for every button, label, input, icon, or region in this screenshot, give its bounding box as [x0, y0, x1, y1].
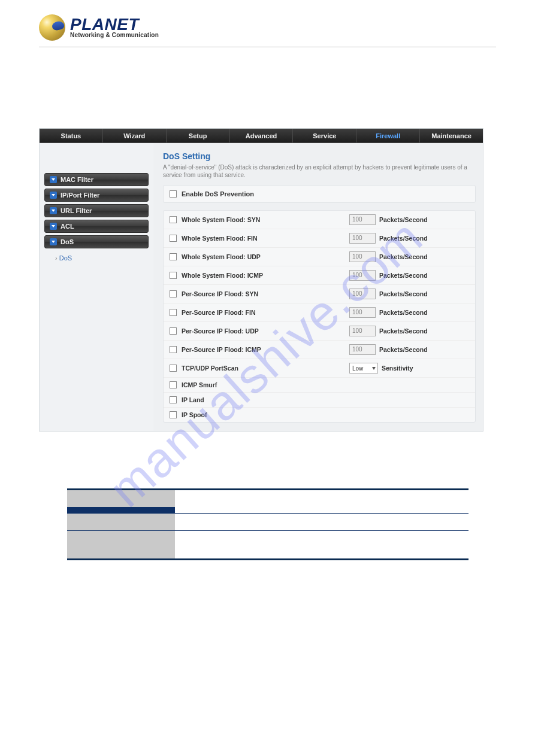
rule-checkbox[interactable]: [170, 327, 177, 335]
rule-row: Whole System Flood: SYN100Packets/Second: [164, 211, 475, 229]
rule-value: LowSensitivity: [349, 363, 469, 374]
rule-row: Whole System Flood: FIN100Packets/Second: [164, 229, 475, 248]
rule-checkbox[interactable]: [170, 216, 177, 223]
rule-checkbox[interactable]: [170, 365, 177, 372]
sidebar-item-label: ACL: [61, 223, 74, 230]
sidebar-item-acl[interactable]: ACL: [44, 220, 149, 233]
tab-service[interactable]: Service: [293, 129, 356, 142]
rule-value: 100Packets/Second: [349, 326, 469, 336]
unit-label: Packets/Second: [379, 346, 428, 353]
table-header: [67, 490, 468, 513]
chevron-down-icon: [50, 192, 57, 199]
enable-panel: Enable DoS Prevention: [163, 185, 476, 203]
rule-label: Per-Source IP Flood: UDP: [182, 327, 344, 335]
sidebar-item-dos[interactable]: DoS: [44, 235, 149, 248]
rule-label: ICMP Smurf: [182, 381, 344, 388]
rule-checkbox[interactable]: [170, 235, 177, 242]
sidebar-item-mac-filter[interactable]: MAC Filter: [44, 173, 149, 186]
chevron-down-icon: [50, 223, 57, 230]
rule-row: Whole System Flood: UDP100Packets/Second: [164, 248, 475, 266]
rule-label: Whole System Flood: UDP: [182, 253, 344, 260]
threshold-input[interactable]: 100: [349, 326, 376, 336]
threshold-input[interactable]: 100: [349, 270, 376, 281]
rules-panel: Whole System Flood: SYN100Packets/Second…: [163, 210, 476, 423]
rule-label: IP Land: [182, 396, 344, 403]
rule-row: IP Spoof: [164, 408, 475, 422]
rule-row: Per-Source IP Flood: FIN100Packets/Secon…: [164, 303, 475, 322]
rule-label: Per-Source IP Flood: ICMP: [182, 346, 344, 353]
tab-maintenance[interactable]: Maintenance: [420, 129, 483, 142]
rule-checkbox[interactable]: [170, 396, 177, 403]
rule-row: IP Land: [164, 393, 475, 408]
rule-value: 100Packets/Second: [349, 270, 469, 281]
chevron-down-icon: [372, 367, 376, 370]
threshold-input[interactable]: 100: [349, 307, 376, 318]
enable-dos-checkbox[interactable]: [170, 190, 177, 198]
rule-value: 100Packets/Second: [349, 307, 469, 318]
rule-label: IP Spoof: [182, 411, 344, 418]
threshold-input[interactable]: 100: [349, 233, 376, 244]
unit-label: Sensitivity: [382, 365, 413, 372]
unit-label: Packets/Second: [379, 290, 428, 297]
tab-status[interactable]: Status: [40, 129, 103, 142]
threshold-input[interactable]: 100: [349, 344, 376, 355]
sidebar-item-label: URL Filter: [61, 207, 92, 214]
brand-logo: PLANET Networking & Communication: [39, 14, 159, 41]
sidebar-item-label: DoS: [61, 238, 74, 245]
chevron-down-icon: [50, 176, 57, 183]
rule-value: 100Packets/Second: [349, 289, 469, 299]
page-description: A "denial-of-service" (DoS) attack is ch…: [163, 163, 476, 179]
threshold-input[interactable]: 100: [349, 214, 376, 225]
sidebar-item-label: MAC Filter: [61, 176, 93, 183]
rule-label: TCP/UDP PortScan: [182, 365, 344, 372]
rule-checkbox[interactable]: [170, 411, 177, 418]
unit-label: Packets/Second: [379, 253, 428, 260]
rule-row: ICMP Smurf: [164, 378, 475, 393]
rule-label: Per-Source IP Flood: FIN: [182, 309, 344, 316]
table-row: [67, 513, 468, 530]
rule-label: Whole System Flood: ICMP: [182, 272, 344, 279]
sidebar-item-url-filter[interactable]: URL Filter: [44, 204, 149, 217]
rule-label: Whole System Flood: SYN: [182, 216, 344, 223]
threshold-input[interactable]: 100: [349, 251, 376, 262]
tab-advanced[interactable]: Advanced: [230, 129, 294, 142]
rule-row: TCP/UDP PortScanLowSensitivity: [164, 359, 475, 378]
enable-dos-label: Enable DoS Prevention: [182, 190, 254, 198]
rule-row: Whole System Flood: ICMP100Packets/Secon…: [164, 266, 475, 285]
rule-row: Per-Source IP Flood: UDP100Packets/Secon…: [164, 322, 475, 341]
rule-label: Per-Source IP Flood: SYN: [182, 290, 344, 297]
info-table: [67, 488, 468, 560]
rule-checkbox[interactable]: [170, 309, 177, 316]
brand-name: PLANET: [70, 17, 159, 32]
rule-value: 100Packets/Second: [349, 251, 469, 262]
unit-label: Packets/Second: [379, 235, 428, 242]
unit-label: Packets/Second: [379, 216, 428, 223]
unit-label: Packets/Second: [379, 309, 428, 316]
sidebar: MAC Filter IP/Port Filter URL Filter ACL…: [40, 143, 153, 431]
sidebar-item-ip-port-filter[interactable]: IP/Port Filter: [44, 189, 149, 202]
rule-checkbox[interactable]: [170, 290, 177, 297]
rule-checkbox[interactable]: [170, 346, 177, 353]
unit-label: Packets/Second: [379, 327, 428, 335]
tab-firewall[interactable]: Firewall: [356, 129, 420, 142]
sidebar-item-label: IP/Port Filter: [61, 192, 99, 199]
tab-wizard[interactable]: Wizard: [103, 129, 167, 142]
router-ui-screenshot: Status Wizard Setup Advanced Service Fir…: [39, 128, 483, 432]
table-row: [67, 530, 468, 558]
rule-label: Whole System Flood: FIN: [182, 235, 344, 242]
tab-setup[interactable]: Setup: [167, 129, 230, 142]
sidebar-subitem-dos[interactable]: DoS: [44, 251, 149, 262]
globe-icon: [39, 14, 65, 41]
threshold-input[interactable]: 100: [349, 289, 376, 299]
chevron-down-icon: [50, 207, 57, 214]
unit-label: Packets/Second: [379, 272, 428, 279]
brand-tagline: Networking & Communication: [70, 32, 159, 38]
rule-row: Per-Source IP Flood: ICMP100Packets/Seco…: [164, 341, 475, 359]
chevron-down-icon: [50, 238, 57, 245]
sensitivity-select[interactable]: Low: [349, 363, 378, 374]
rule-checkbox[interactable]: [170, 253, 177, 260]
rule-checkbox[interactable]: [170, 272, 177, 279]
rule-value: 100Packets/Second: [349, 233, 469, 244]
rule-checkbox[interactable]: [170, 381, 177, 388]
page-title: DoS Setting: [163, 151, 476, 161]
